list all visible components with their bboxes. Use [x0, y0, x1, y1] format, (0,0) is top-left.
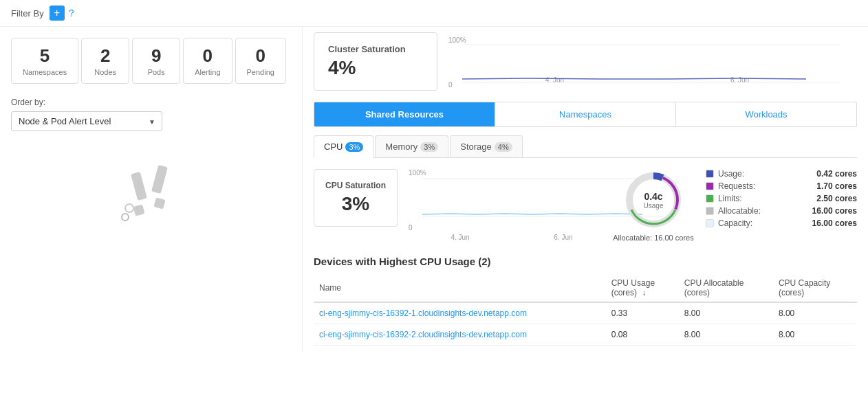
sub-tab-label: Memory — [385, 142, 417, 152]
tab-shared-resources[interactable]: Shared Resources — [314, 102, 495, 126]
legend-color-dot — [706, 194, 714, 203]
table-header-col-2: CPU Allocatable(cores) — [679, 274, 773, 302]
cluster-sat-chart: 100% 0 4. Jun 6. Jun — [437, 32, 857, 91]
legend-area: Usage: 0.42 cores Requests: 1.70 cores L… — [706, 169, 857, 231]
cpu-allocatable-cell: 8.00 — [679, 324, 773, 346]
filter-label: Filter By — [11, 8, 44, 19]
stat-num: 2 — [93, 45, 118, 67]
legend-row: Allocatable: 16.00 cores — [706, 206, 857, 216]
legend-color-dot — [706, 170, 714, 178]
stat-label: Pods — [144, 68, 169, 76]
sub-tab-cpu[interactable]: CPU3% — [314, 135, 373, 158]
left-panel: 5Namespaces2Nodes9Pods0Alerting0Pending … — [0, 27, 303, 351]
sub-tabs: CPU3%Memory3%Storage4% — [314, 135, 857, 158]
donut-wrapper: 0.4c Usage — [622, 169, 684, 231]
cluster-saturation-box: Cluster Saturation 4% — [314, 32, 437, 91]
order-by-label: Order by: — [11, 98, 291, 107]
legend-key: Usage: — [718, 169, 809, 179]
cpu-usage-cell: 0.08 — [606, 324, 679, 346]
alert-illustration — [11, 159, 291, 227]
table-header-col-3: CPU Capacity(cores) — [773, 274, 857, 302]
stat-label: Namespaces — [23, 68, 67, 76]
top-bar: Filter By + ? — [0, 0, 868, 27]
table-row: ci-eng-sjimmy-cis-16392-1.cloudinsights-… — [314, 302, 857, 324]
stat-num: 0 — [247, 45, 274, 67]
cpu-date-1: 4. Jun — [451, 234, 469, 241]
sub-tab-label: Storage — [460, 142, 492, 152]
svg-point-5 — [122, 214, 129, 221]
donut-area: 0.4c Usage Allocatable: 16.00 cores — [612, 169, 695, 242]
help-button[interactable]: ? — [69, 8, 74, 19]
svg-point-4 — [125, 204, 133, 212]
stat-card-namespaces: 5Namespaces — [11, 38, 78, 84]
legend-row: Usage: 0.42 cores — [706, 169, 857, 179]
table-header-col-1[interactable]: CPU Usage(cores) ↓ — [606, 274, 679, 302]
legend-row: Requests: 1.70 cores — [706, 181, 857, 191]
add-filter-button[interactable]: + — [50, 5, 65, 21]
stat-label: Pending — [247, 68, 274, 76]
donut-center-label: Usage — [644, 202, 664, 210]
cpu-chart: 100% 0 4. Jun 6. Jun — [409, 169, 601, 224]
sub-tab-badge: 4% — [495, 142, 512, 152]
legend-value: 1.70 cores — [809, 181, 857, 191]
main-content: 5Namespaces2Nodes9Pods0Alerting0Pending … — [0, 27, 868, 351]
table-row: ci-eng-sjimmy-cis-16392-2.cloudinsights-… — [314, 324, 857, 346]
device-name-cell: ci-eng-sjimmy-cis-16392-1.cloudinsights-… — [314, 302, 606, 324]
sort-icon: ↓ — [642, 288, 646, 297]
legend-color-dot — [706, 219, 714, 227]
legend-row: Limits: 2.50 cores — [706, 194, 857, 203]
legend-value: 16.00 cores — [809, 206, 857, 216]
table-header: NameCPU Usage(cores) ↓CPU Allocatable(co… — [314, 274, 857, 302]
legend-key: Allocatable: — [718, 206, 809, 216]
cpu-chart-0: 0 — [409, 224, 413, 232]
legend-color-dot — [706, 182, 714, 190]
stat-label: Nodes — [93, 68, 118, 76]
legend-key: Limits: — [718, 194, 809, 203]
legend-value: 0.42 cores — [809, 169, 857, 179]
cpu-usage-cell: 0.33 — [606, 302, 679, 324]
sub-tab-storage[interactable]: Storage4% — [450, 135, 522, 157]
table-header-col-0: Name — [314, 274, 606, 302]
stat-card-nodes: 2Nodes — [81, 38, 129, 84]
svg-rect-1 — [133, 204, 144, 216]
cpu-date-2: 6. Jun — [554, 234, 572, 241]
cpu-capacity-cell: 8.00 — [773, 324, 857, 346]
stat-num: 0 — [195, 45, 220, 67]
stat-num: 9 — [144, 45, 169, 67]
svg-rect-0 — [131, 172, 147, 201]
stat-label: Alerting — [195, 68, 220, 76]
cluster-sat-percent: 4% — [328, 57, 423, 79]
sub-tab-memory[interactable]: Memory3% — [375, 135, 448, 157]
cpu-sat-pct: 3% — [325, 193, 386, 215]
right-panel: Cluster Saturation 4% 100% 0 4. Jun 6 — [303, 27, 868, 351]
cluster-sat-title: Cluster Saturation — [328, 44, 423, 54]
tab-workloads[interactable]: Workloads — [676, 102, 856, 126]
order-by-select-wrapper[interactable]: Node & Pod Alert LevelCPU UsageMemory Us… — [11, 111, 162, 131]
device-link[interactable]: ci-eng-sjimmy-cis-16392-1.cloudinsights-… — [319, 308, 527, 318]
devices-title: Devices with Highest CPU Usage (2) — [314, 256, 857, 267]
allocatable-text: Allocatable: 16.00 cores — [613, 234, 693, 242]
stat-num: 5 — [23, 45, 67, 67]
stat-card-pending: 0Pending — [235, 38, 286, 84]
legend-color-dot — [706, 207, 714, 215]
cluster-chart-area: 100% 0 — [448, 35, 846, 76]
cluster-saturation-row: Cluster Saturation 4% 100% 0 4. Jun 6 — [314, 32, 857, 91]
order-by-select[interactable]: Node & Pod Alert LevelCPU UsageMemory Us… — [11, 111, 162, 131]
sub-tab-badge: 3% — [420, 142, 438, 152]
sub-tab-label: CPU — [324, 142, 343, 152]
sub-tab-badge: 3% — [345, 142, 363, 152]
tab-namespaces[interactable]: Namespaces — [495, 102, 676, 126]
legend-key: Capacity: — [718, 218, 809, 228]
main-tabs: Shared ResourcesNamespacesWorkloads — [314, 102, 857, 127]
device-link[interactable]: ci-eng-sjimmy-cis-16392-2.cloudinsights-… — [319, 330, 527, 339]
cpu-section: CPU Saturation 3% 100% 0 4. Jun 6. Jun — [314, 169, 857, 242]
cpu-chart-dates: 4. Jun 6. Jun — [422, 234, 601, 241]
svg-rect-2 — [151, 165, 168, 194]
order-by-section: Order by: Node & Pod Alert LevelCPU Usag… — [11, 98, 291, 131]
cpu-sat-title: CPU Saturation — [325, 181, 386, 190]
stat-card-pods: 9Pods — [132, 38, 180, 84]
legend-value: 16.00 cores — [809, 218, 857, 228]
stat-cards: 5Namespaces2Nodes9Pods0Alerting0Pending — [11, 38, 291, 84]
cpu-capacity-cell: 8.00 — [773, 302, 857, 324]
svg-rect-3 — [153, 197, 165, 209]
